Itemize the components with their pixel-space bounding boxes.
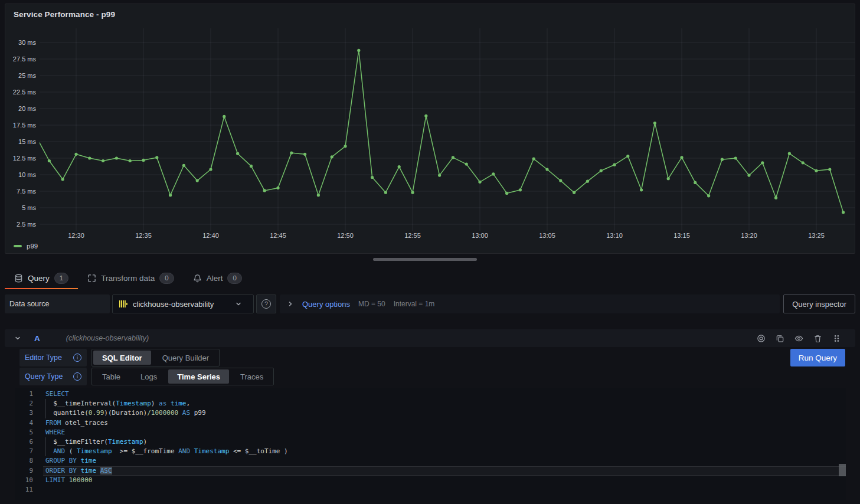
run-query-button[interactable]: Run Query: [790, 349, 845, 366]
sql-line-7[interactable]: 7 AND ( Timestamp >= $__fromTime AND Tim…: [15, 447, 846, 456]
tab-transform-badge: 0: [159, 273, 174, 284]
line-number: 8: [15, 456, 45, 466]
x-axis-tick-label: 12:55: [404, 232, 421, 239]
datasource-row: Data source clickhouse-observability ? Q…: [5, 294, 855, 313]
y-axis-tick-label: 2.5 ms: [17, 221, 37, 228]
query-options-toggle[interactable]: Query options: [302, 300, 350, 309]
datasource-selected-value: clickhouse-observability: [133, 300, 214, 309]
database-icon: [14, 274, 23, 283]
y-axis-tick-label: 25 ms: [18, 72, 36, 79]
info-icon[interactable]: i: [73, 372, 81, 381]
query-row-header[interactable]: A (clickhouse-observability): [5, 329, 855, 347]
legend-series-swatch: [14, 245, 22, 247]
sql-line-10[interactable]: 10LIMIT 100000: [15, 476, 846, 485]
collapse-chevron-icon[interactable]: [14, 335, 21, 342]
grafana-edit-panel-view: 30 ms27.5 ms25 ms22.5 ms20 ms17.5 ms15 m…: [0, 0, 860, 504]
y-axis-tick-label: 20 ms: [18, 105, 36, 112]
tab-transform-label: Transform data: [101, 274, 155, 283]
datasource-picker[interactable]: clickhouse-observability: [112, 294, 254, 313]
series-p99: [34, 49, 845, 214]
editor-tabbar: Query 1 Transform data 0 Alert 0: [5, 267, 251, 289]
eye-icon[interactable]: [794, 334, 803, 343]
horizontal-scrollbar-thumb[interactable]: [373, 258, 477, 261]
sql-line-4[interactable]: 4FROM otel_traces: [15, 418, 846, 428]
query-type-option-table[interactable]: Table: [93, 369, 129, 384]
sql-line-3[interactable]: 3 quantile(0.99)(Duration)/1000000 AS p9…: [15, 408, 846, 418]
question-circle-icon: ?: [261, 299, 271, 309]
query-type-option-logs[interactable]: Logs: [132, 369, 166, 384]
timeseries-chart[interactable]: 30 ms27.5 ms25 ms22.5 ms20 ms17.5 ms15 m…: [5, 4, 856, 254]
x-axis-tick-label: 13:20: [741, 232, 757, 239]
x-axis-tick-label: 13:00: [472, 232, 488, 239]
query-options-interval: Interval = 1m: [394, 300, 435, 308]
legend-series-label[interactable]: p99: [27, 243, 38, 250]
y-axis-tick-label: 22.5 ms: [13, 89, 37, 96]
line-number: 3: [15, 408, 45, 418]
line-number: 7: [15, 447, 45, 456]
y-axis-tick-label: 12.5 ms: [13, 155, 37, 162]
sql-line-1[interactable]: 1SELECT: [15, 390, 846, 399]
x-axis-tick-label: 12:35: [135, 232, 152, 239]
record-circle-icon[interactable]: [757, 334, 766, 343]
sql-lines: 1SELECT2 $__timeInterval(Timestamp) as t…: [15, 388, 846, 495]
tab-query[interactable]: Query 1: [5, 267, 78, 289]
line-number: 4: [15, 418, 45, 428]
sql-code: SELECT: [45, 390, 69, 399]
y-axis-tick-label: 30 ms: [18, 39, 36, 46]
query-actions: [757, 334, 841, 343]
tab-query-badge: 1: [54, 273, 68, 284]
y-axis-tick-label: 27.5 ms: [13, 55, 37, 63]
y-axis-tick-label: 7.5 ms: [17, 188, 37, 195]
sql-line-11[interactable]: 11: [15, 485, 846, 495]
sql-code: quantile(0.99)(Duration)/1000000 AS p99: [45, 408, 206, 418]
sql-line-5[interactable]: 5WHERE: [15, 428, 846, 437]
sql-code: AND ( Timestamp >= $__fromTime AND Times…: [45, 447, 288, 456]
sql-code: FROM otel_traces: [45, 418, 108, 428]
chevron-down-icon: [235, 300, 242, 307]
tab-query-label: Query: [28, 274, 50, 283]
datasource-help-button[interactable]: ?: [256, 294, 276, 313]
line-number: 11: [15, 485, 45, 495]
bell-icon: [193, 274, 202, 283]
editor-scrollbar-thumb[interactable]: [839, 464, 846, 476]
timeseries-panel: 30 ms27.5 ms25 ms22.5 ms20 ms17.5 ms15 m…: [5, 4, 855, 254]
y-axis-tick-label: 15 ms: [18, 138, 36, 145]
editor-type-label-text: Editor Type: [25, 354, 62, 362]
sql-line-2[interactable]: 2 $__timeInterval(Timestamp) as time,: [15, 399, 846, 408]
editor-type-option-sql-editor[interactable]: SQL Editor: [93, 351, 151, 365]
line-number: 1: [15, 390, 45, 399]
sql-code-editor[interactable]: 1SELECT2 $__timeInterval(Timestamp) as t…: [15, 388, 846, 500]
drag-handle-icon[interactable]: [832, 334, 841, 343]
sql-line-8[interactable]: 8GROUP BY time: [15, 456, 846, 466]
editor-type-radio-group: SQL Editor Query Builder: [91, 349, 220, 366]
info-icon[interactable]: i: [73, 354, 81, 362]
copy-icon[interactable]: [776, 334, 784, 343]
x-axis-tick-label: 13:25: [808, 232, 825, 239]
trash-icon[interactable]: [813, 334, 822, 343]
chevron-right-icon[interactable]: [287, 300, 294, 307]
x-axis-tick-label: 13:10: [606, 232, 623, 239]
query-datasource-hint: (clickhouse-observability): [66, 334, 149, 342]
transform-icon: [87, 274, 96, 283]
editor-type-option-query-builder[interactable]: Query Builder: [153, 351, 218, 365]
tab-alert[interactable]: Alert 0: [184, 267, 251, 289]
x-axis-tick-label: 12:45: [270, 232, 286, 239]
panel-title[interactable]: Service Performance - p99: [14, 10, 115, 19]
query-ref-id: A: [34, 334, 40, 343]
clickhouse-logo-icon: [119, 299, 128, 309]
query-type-option-traces[interactable]: Traces: [231, 369, 272, 384]
query-inspector-button[interactable]: Query inspector: [783, 294, 855, 313]
tab-transform-data[interactable]: Transform data 0: [78, 267, 183, 289]
query-options-md: MD = 50: [358, 300, 385, 308]
indent-guide: [45, 408, 46, 418]
sql-line-6[interactable]: 6 $__timeFilter(Timestamp): [15, 437, 846, 447]
x-axis-tick-label: 13:15: [673, 232, 690, 239]
sql-code: $__timeInterval(Timestamp) as time,: [45, 399, 190, 408]
editor-type-row: Editor Type i SQL Editor Query Builder: [19, 349, 220, 366]
sql-line-9[interactable]: 9ORDER BY time ASC: [15, 466, 846, 476]
current-line-highlight: [43, 466, 846, 476]
active-tab-underline: [5, 288, 78, 289]
sql-code: WHERE: [45, 428, 65, 437]
query-type-option-time-series[interactable]: Time Series: [168, 369, 229, 384]
chart-legend: p99: [14, 243, 38, 250]
